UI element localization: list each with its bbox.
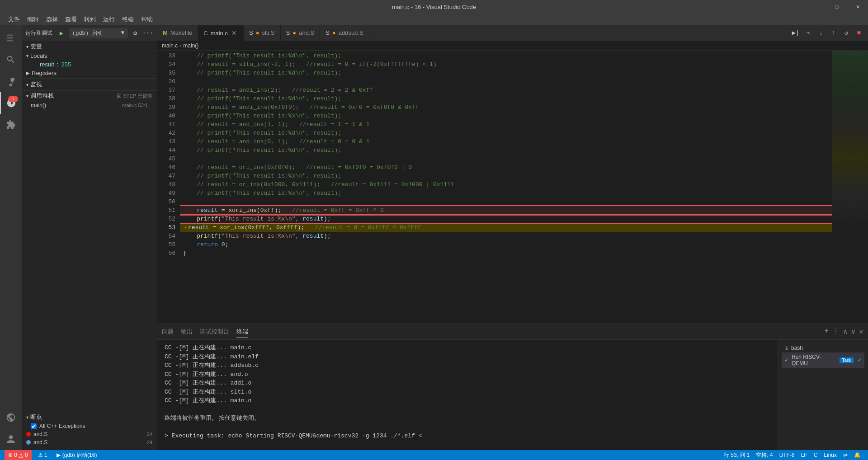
code-line-51: result = xori_ins(0xff); //result = 0xff… — [180, 206, 832, 215]
tab-and-s-label: and.S — [299, 29, 314, 36]
term-line-10 — [165, 423, 770, 432]
activity-remote[interactable] — [0, 407, 22, 428]
term-tab-problems[interactable]: 问题 — [162, 326, 174, 338]
menu-terminal[interactable]: 终端 — [118, 15, 137, 23]
addsub-s-icon: S — [326, 29, 330, 36]
window-controls: ─ □ ✕ — [806, 0, 868, 14]
menu-view[interactable]: 查看 — [61, 15, 80, 23]
menu-help[interactable]: 帮助 — [137, 15, 156, 23]
status-spaces-text: 空格: 4 — [756, 451, 773, 459]
status-language-text: C — [814, 452, 818, 458]
bp-and-s-2-label: and.S — [33, 439, 47, 446]
close-button[interactable]: ✕ — [847, 0, 868, 14]
maximize-button[interactable]: □ — [826, 0, 847, 14]
menu-run[interactable]: 运行 — [99, 15, 118, 23]
tab-and-s[interactable]: S ● and.S — [281, 25, 321, 41]
term-line-3: CC -[M] 正在构建... addsub.o — [165, 361, 770, 370]
callstack-header[interactable]: ▾ 调用堆栈 回 STEP 已暂停 — [22, 91, 157, 101]
tab-main-c-close[interactable]: ✕ — [231, 29, 238, 37]
locals-header[interactable]: ▾ Locals — [22, 52, 157, 60]
bp-all-cpp-label[interactable]: All C++ Exceptions — [31, 422, 157, 430]
riscv-task-item[interactable]: ✓ Run RISCV-QEMU Task ✓ — [782, 352, 864, 368]
status-error-count: ⊗ 0 — [8, 452, 17, 458]
breakpoints-header[interactable]: ▾ 断点 — [22, 412, 157, 422]
debug-continue-btn[interactable]: ▶| — [790, 28, 801, 38]
line-45: 45 — [157, 155, 180, 163]
bp-and-s-1-label: and.S — [33, 431, 47, 437]
debug-stop-btn[interactable]: ■ — [854, 28, 864, 38]
debug-toolbar: 运行和调试 ▶ (gdb) 启动 ▼ ⚙ ··· — [22, 25, 157, 41]
terminal-split-btn[interactable]: ⋮ — [832, 327, 840, 336]
status-line-col-text: 行 53, 列 1 — [724, 451, 750, 459]
bp-all-cpp-checkbox[interactable] — [31, 423, 37, 429]
tab-makefile[interactable]: M Makefile — [157, 25, 198, 41]
tab-addsub-s[interactable]: S ● addsub.S — [320, 25, 369, 41]
statusbar: ⊗ 0 △ 0 ⚠ 1 ▶ (gdb) 启动(16) 行 53, 列 1 空格:… — [0, 450, 868, 460]
line-38: 38 — [157, 94, 180, 103]
registers-label: Registers — [32, 70, 152, 76]
terminal-add-btn[interactable]: + — [824, 327, 829, 336]
term-tab-terminal[interactable]: 终端 — [236, 326, 248, 338]
tab-slti-s[interactable]: S ● slti.S — [244, 25, 281, 41]
minimize-button[interactable]: ─ — [806, 0, 826, 14]
debug-restart-btn[interactable]: ↺ — [841, 28, 852, 38]
term-tab-output[interactable]: 输出 — [181, 326, 193, 338]
variables-header[interactable]: ▾ 变量 — [22, 42, 157, 52]
terminal-maximize-btn[interactable]: ∨ — [851, 327, 856, 336]
bash-label: bash — [791, 345, 803, 351]
terminal-content[interactable]: CC -[M] 正在构建... main.c CC -[M] 正在构建... m… — [157, 340, 778, 450]
breadcrumb: main.c › main() — [157, 41, 868, 51]
tab-main-c[interactable]: C main.c ✕ — [198, 25, 244, 41]
watch-header[interactable]: ▾ 监视 — [22, 80, 157, 89]
menu-goto[interactable]: 转到 — [80, 15, 99, 23]
code-line-46: // result = ori_ins(0xf0f0); //result = … — [180, 163, 832, 172]
status-remote-icon[interactable]: ⇌ — [840, 451, 850, 459]
variables-label: 变量 — [30, 42, 152, 51]
breadcrumb-symbol[interactable]: main() — [183, 42, 198, 49]
status-errors[interactable]: ⊗ 0 △ 0 — [5, 450, 32, 460]
debug-step-out-btn[interactable]: ↑ — [828, 28, 839, 38]
status-line-ending[interactable]: LF — [798, 451, 810, 459]
bp-and-s-2: and.S 29 — [22, 438, 157, 446]
terminal-close-btn[interactable]: ✕ — [859, 327, 863, 336]
code-line-41: // result = and_ins(1, 1); //result = 1 … — [180, 120, 832, 129]
debug-step-over-btn[interactable]: ↷ — [803, 28, 814, 38]
debug-play-btn[interactable]: ▶ — [56, 28, 67, 38]
activity-bar — [0, 25, 22, 450]
breakpoints-section: ▾ 断点 All C++ Exceptions and.S 24 and.S 2… — [22, 410, 157, 450]
status-encoding[interactable]: UTF-8 — [777, 451, 797, 459]
status-os[interactable]: Linux — [821, 451, 840, 459]
debug-step-into-btn[interactable]: ↓ — [816, 28, 826, 38]
menu-select[interactable]: 选择 — [42, 15, 61, 23]
result-variable[interactable]: result : 255 — [22, 60, 157, 69]
activity-extensions[interactable] — [0, 114, 22, 136]
callstack-label: 调用堆栈 — [30, 92, 54, 100]
status-spaces[interactable]: 空格: 4 — [753, 451, 775, 459]
status-language[interactable]: C — [811, 451, 821, 459]
debug-more-btn[interactable]: ··· — [142, 28, 153, 38]
terminal-minimize-btn[interactable]: ∧ — [843, 327, 848, 336]
code-line-43: // result = and_ins(0, 1); //result = 0 … — [180, 137, 832, 146]
bash-item[interactable]: ⊞ bash — [782, 343, 864, 352]
activity-search[interactable] — [0, 49, 22, 70]
breadcrumb-file[interactable]: main.c — [162, 42, 178, 49]
code-content[interactable]: // printf("This result is:%d\n", result)… — [180, 51, 832, 324]
editor-area: M Makefile C main.c ✕ S ● slti.S S ● and… — [157, 25, 868, 450]
term-tab-debug-console[interactable]: 调试控制台 — [200, 326, 229, 338]
status-debug-config[interactable]: ▶ (gdb) 启动(16) — [54, 451, 100, 459]
callstack-frame-main[interactable]: main() main.c 53:1 — [22, 101, 157, 110]
registers-header[interactable]: ▶ Registers — [22, 69, 157, 77]
debug-config-select[interactable]: (gdb) 启动 ▼ — [69, 28, 128, 38]
status-notifications[interactable]: 🔔 — [851, 451, 863, 459]
status-line-col[interactable]: 行 53, 列 1 — [721, 451, 752, 459]
debug-settings-btn[interactable]: ⚙ — [130, 28, 141, 38]
activity-source-control[interactable] — [0, 70, 22, 92]
activity-account[interactable] — [0, 428, 22, 450]
activity-debug[interactable] — [0, 92, 22, 114]
activity-explorer[interactable] — [0, 27, 22, 49]
status-warnings[interactable]: ⚠ 1 — [35, 452, 50, 458]
code-line-38: // printf("This result is:%d\n", result)… — [180, 94, 832, 103]
menu-edit[interactable]: 编辑 — [24, 15, 42, 23]
menu-file[interactable]: 文件 — [5, 15, 24, 23]
tab-and-dirty: ● — [292, 29, 296, 36]
